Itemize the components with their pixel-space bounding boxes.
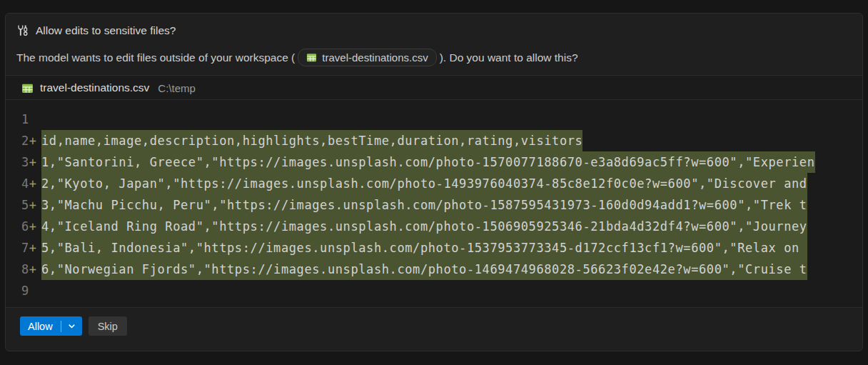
csv-table-icon [306,52,317,63]
line-gutter: 5+ [6,194,41,216]
diff-preview: travel-destinations.csv C:\temp 1 2+ id,… [6,75,862,308]
code-line: 7+ 5,"Bali, Indonesia","https://images.u… [6,237,862,259]
diff-file-name: travel-destinations.csv [40,81,149,94]
chevron-down-icon [66,321,77,331]
allow-dropdown-button[interactable] [61,316,82,336]
line-text: 2,"Kyoto, Japan","https://images.unsplas… [41,173,807,194]
line-gutter: 7+ [6,237,41,259]
line-text: 1,"Santorini, Greece","https://images.un… [41,151,815,173]
tools-icon [16,24,29,37]
line-text: 4,"Iceland Ring Road","https://images.un… [41,216,807,237]
diff-file-header[interactable]: travel-destinations.csv C:\temp [6,76,862,100]
dialog-title: Allow edits to sensitive files? [36,24,176,37]
action-bar: Allow Skip [6,309,862,346]
file-chip[interactable]: travel-destinations.csv [298,49,436,66]
line-gutter: 9 [6,280,41,301]
line-gutter: 2+ [6,130,41,151]
code-line: 5+ 3,"Machu Picchu, Peru","https://image… [6,194,862,216]
allow-split-button: Allow [20,316,82,336]
diff-editor[interactable]: 1 2+ id,name,image,description,highlight… [6,100,862,307]
allow-button[interactable]: Allow [20,316,61,336]
line-text: 6,"Norwegian Fjords","https://images.uns… [41,259,807,280]
confirmation-dialog: Allow edits to sensitive files? The mode… [5,13,863,351]
code-line: 3+ 1,"Santorini, Greece","https://images… [6,151,862,173]
code-line: 1 [6,109,862,130]
diff-file-path: C:\temp [158,82,196,94]
dialog-message: The model wants to edit files outside of… [6,43,862,75]
line-gutter: 3+ [6,151,41,173]
line-gutter: 6+ [6,216,41,237]
message-prefix: The model wants to edit files outside of… [16,51,295,64]
code-line: 6+ 4,"Iceland Ring Road","https://images… [6,216,862,237]
message-suffix: ). Do you want to allow this? [440,51,578,64]
file-chip-label: travel-destinations.csv [322,51,428,64]
line-text: 3,"Machu Picchu, Peru","https://images.u… [41,194,807,216]
code-line: 9 [6,280,862,301]
line-text: 5,"Bali, Indonesia","https://images.unsp… [41,237,807,259]
dialog-header: Allow edits to sensitive files? [6,14,862,43]
line-gutter: 4+ [6,173,41,194]
csv-table-icon [21,82,34,94]
code-line: 2+ id,name,image,description,highlights,… [6,130,862,151]
code-line: 8+ 6,"Norwegian Fjords","https://images.… [6,259,862,280]
screen: { "dialog": { "title": "Allow edits to s… [0,0,868,365]
line-text: id,name,image,description,highlights,bes… [41,130,582,151]
line-gutter: 1 [6,109,41,130]
line-gutter: 8+ [6,259,41,280]
skip-button[interactable]: Skip [89,316,127,336]
code-line: 4+ 2,"Kyoto, Japan","https://images.unsp… [6,173,862,194]
